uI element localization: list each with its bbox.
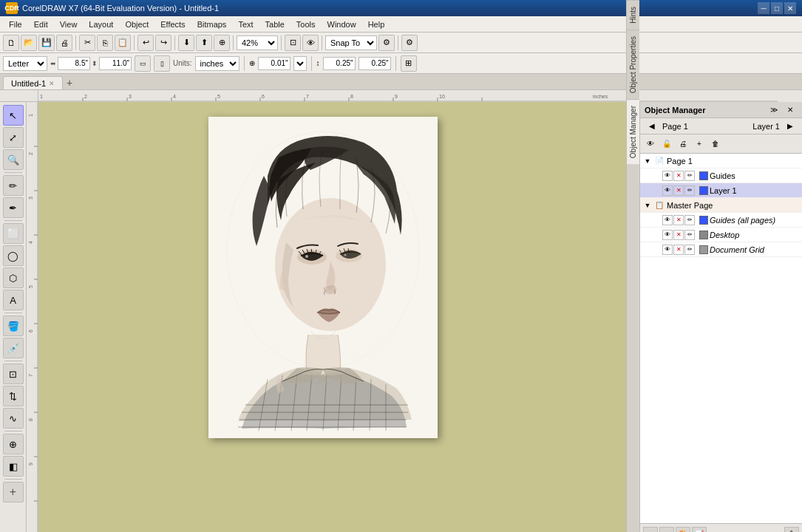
- add-tab-button[interactable]: +: [63, 76, 76, 89]
- cut-button[interactable]: ✂: [79, 35, 95, 51]
- save-button[interactable]: 💾: [38, 35, 55, 51]
- guides-all-edit-icon[interactable]: ✏: [684, 215, 695, 225]
- minimize-button[interactable]: ─: [758, 2, 769, 14]
- landscape-button[interactable]: ▯: [154, 55, 170, 72]
- close-button[interactable]: ✕: [784, 2, 796, 14]
- zoom-to-fit[interactable]: ⊡: [285, 35, 301, 51]
- fill-tool[interactable]: 🪣: [3, 316, 24, 336]
- page-options[interactable]: ⊞: [401, 55, 417, 72]
- doc-tab-close-icon[interactable]: ✕: [49, 80, 55, 87]
- page-height-input[interactable]: [99, 57, 132, 70]
- canvas-area[interactable]: SHS ▲ ▼: [38, 102, 639, 532]
- tree-guides[interactable]: 👁 ✕ ✏ Guides: [640, 168, 802, 183]
- ellipse-tool[interactable]: ◯: [3, 245, 24, 266]
- tree-docgrid[interactable]: 👁 ✕ ✏ Document Grid: [640, 242, 802, 257]
- copy-button[interactable]: ⎘: [97, 35, 113, 51]
- guides-all-eye-icon[interactable]: 👁: [662, 215, 673, 225]
- nudge-unit-combo[interactable]: ▼: [293, 56, 307, 71]
- desktop-edit-icon[interactable]: ✏: [684, 230, 695, 240]
- text-tool[interactable]: A: [3, 290, 24, 310]
- lock-all-btn[interactable]: 🔓: [659, 137, 674, 151]
- units-combo[interactable]: inches: [195, 56, 239, 71]
- connector-tool[interactable]: ⇅: [3, 386, 24, 406]
- obj-view-btn3[interactable]: 🎨: [676, 527, 690, 533]
- page-size-combo[interactable]: Letter: [3, 56, 47, 71]
- tree-desktop[interactable]: 👁 ✕ ✏ Desktop: [640, 228, 802, 242]
- docgrid-eye-icon[interactable]: 👁: [662, 245, 673, 255]
- hints-tab[interactable]: Hints: [627, 0, 639, 30]
- shadow-tool[interactable]: ⊕: [3, 434, 24, 454]
- new-layer-btn[interactable]: +: [692, 137, 707, 151]
- print-all-btn[interactable]: 🖨: [676, 137, 690, 151]
- docgrid-print-icon[interactable]: ✕: [673, 245, 684, 255]
- view-mode[interactable]: 👁: [302, 35, 319, 51]
- menu-window[interactable]: Window: [322, 16, 362, 33]
- nudge-input[interactable]: [258, 57, 290, 70]
- options-button[interactable]: ⚙: [401, 35, 418, 51]
- panel-expand-btn[interactable]: ≫: [767, 103, 781, 117]
- guides-all-print-icon[interactable]: ✕: [673, 215, 684, 225]
- panel-close-btn[interactable]: ✕: [783, 103, 798, 117]
- nudge2-input[interactable]: [323, 57, 356, 70]
- layer1-eye-icon[interactable]: 👁: [662, 185, 673, 196]
- menu-help[interactable]: Help: [362, 16, 391, 33]
- obj-view-btn2[interactable]: ◼: [659, 527, 674, 533]
- layer1-edit-icon[interactable]: ✏: [684, 185, 695, 196]
- tree-masterpage[interactable]: ▼ 📋 Master Page: [640, 198, 802, 213]
- show-objects-btn[interactable]: ≡: [643, 527, 658, 533]
- nudge3-input[interactable]: [358, 57, 391, 70]
- menu-bitmaps[interactable]: Bitmaps: [191, 16, 233, 33]
- docgrid-edit-icon[interactable]: ✏: [684, 245, 695, 255]
- polygon-tool[interactable]: ⬡: [3, 267, 24, 288]
- publish-button[interactable]: ⊕: [214, 35, 230, 51]
- page-width-input[interactable]: [58, 57, 90, 70]
- rect-tool[interactable]: ⬜: [3, 223, 24, 244]
- paste-button[interactable]: 📋: [115, 35, 131, 51]
- print-button[interactable]: 🖨: [56, 35, 72, 51]
- doc-tab-untitled1[interactable]: Untitled-1 ✕: [3, 76, 63, 89]
- distort-tool[interactable]: ∿: [3, 408, 24, 429]
- new-button[interactable]: 🗋: [3, 35, 19, 51]
- guides-edit-icon[interactable]: ✏: [684, 171, 695, 181]
- snap-combo[interactable]: Snap To: [325, 35, 377, 50]
- zoom-tool[interactable]: 🔍: [3, 149, 24, 170]
- menu-edit[interactable]: Edit: [28, 16, 54, 33]
- del-layer-btn[interactable]: 🗑: [708, 137, 723, 151]
- menu-table[interactable]: Table: [259, 16, 290, 33]
- page1-expand-icon[interactable]: ▼: [643, 157, 652, 165]
- tree-page1[interactable]: ▼ 📄 Page 1: [640, 154, 802, 168]
- undo-button[interactable]: ↩: [137, 35, 154, 51]
- menu-layout[interactable]: Layout: [83, 16, 119, 33]
- subheader-arrow[interactable]: ▶: [783, 120, 798, 133]
- open-button[interactable]: 📂: [21, 35, 37, 51]
- masterpage-expand-icon[interactable]: ▼: [643, 202, 652, 209]
- subheader-expand[interactable]: ◀: [645, 120, 659, 133]
- show-all-layers-btn[interactable]: 👁: [643, 137, 658, 151]
- portrait-button[interactable]: ▭: [135, 55, 151, 72]
- object-properties-tab[interactable]: Object Properties: [627, 30, 639, 99]
- menu-effects[interactable]: Effects: [154, 16, 191, 33]
- tree-guides-all[interactable]: 👁 ✕ ✏ Guides (all pages): [640, 213, 802, 228]
- menu-text[interactable]: Text: [232, 16, 259, 33]
- import-button[interactable]: ⬇: [178, 35, 194, 51]
- menu-file[interactable]: File: [3, 16, 28, 33]
- menu-tools[interactable]: Tools: [290, 16, 322, 33]
- transparency-tool[interactable]: ◧: [3, 456, 24, 477]
- freehand-tool[interactable]: ⤢: [3, 127, 24, 148]
- guides-eye-icon[interactable]: 👁: [662, 171, 673, 181]
- menu-view[interactable]: View: [54, 16, 84, 33]
- desktop-print-icon[interactable]: ✕: [673, 230, 684, 240]
- bezier-tool[interactable]: ✒: [3, 197, 24, 218]
- freehand-draw[interactable]: ✏: [3, 175, 24, 196]
- add-obj-btn[interactable]: +: [3, 482, 24, 502]
- snap-settings[interactable]: ⚙: [378, 35, 395, 51]
- title-controls[interactable]: ─ □ ✕: [758, 2, 796, 14]
- eyedropper[interactable]: 💉: [3, 338, 24, 358]
- object-manager-tab[interactable]: Object Manager: [627, 99, 639, 164]
- outline-tool[interactable]: ⊡: [3, 364, 24, 384]
- zoom-combo[interactable]: 42%: [237, 35, 278, 50]
- delete-obj-btn[interactable]: 🗑: [784, 527, 799, 533]
- obj-view-btn4[interactable]: 📝: [692, 527, 707, 533]
- desktop-eye-icon[interactable]: 👁: [662, 230, 673, 240]
- maximize-button[interactable]: □: [771, 2, 783, 14]
